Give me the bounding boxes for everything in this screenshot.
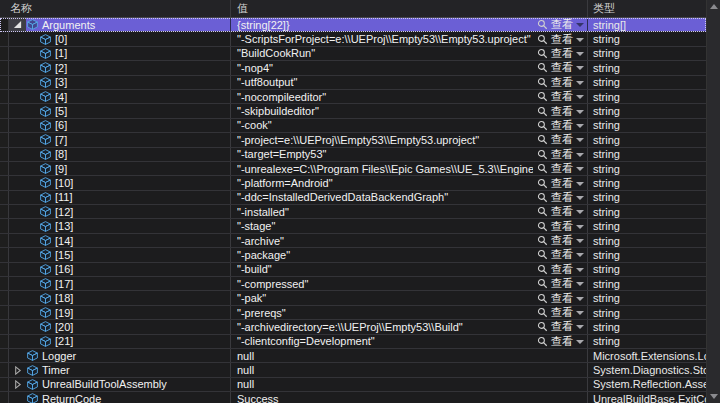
inspect-link[interactable]: 查看 [537, 306, 584, 319]
inspect-link[interactable]: 查看 [537, 61, 584, 74]
value-cell[interactable]: "-archive" 查看 [231, 234, 588, 247]
inspect-dropdown-icon[interactable] [576, 282, 584, 286]
inspect-link[interactable]: 查看 [537, 76, 584, 89]
table-row[interactable]: [11] "-ddc=InstalledDerivedDataBackendGr… [0, 191, 706, 205]
table-row[interactable]: [20] "-archivedirectory=e:\\UEProj\\Empt… [0, 320, 706, 334]
column-header-type[interactable]: 类型 [588, 0, 706, 17]
inspect-link[interactable]: 查看 [537, 176, 584, 189]
value-cell[interactable]: "-build" 查看 [231, 263, 588, 276]
value-cell[interactable]: "-pak" 查看 [231, 291, 588, 304]
column-header-name[interactable]: 名称 [0, 0, 231, 17]
expander-icon[interactable] [13, 250, 23, 260]
table-row[interactable]: [2] "-nop4" 查看 string [0, 61, 706, 75]
table-row[interactable]: [5] "-skipbuildeditor" 查看 string [0, 104, 706, 118]
table-row[interactable]: [4] "-nocompileeditor" 查看 string [0, 90, 706, 104]
column-header-value[interactable]: 值 [231, 0, 588, 17]
inspect-link[interactable]: 查看 [537, 291, 584, 304]
table-row[interactable]: [17] "-compressed" 查看 string [0, 277, 706, 291]
inspect-dropdown-icon[interactable] [576, 52, 584, 56]
expander-icon[interactable] [13, 308, 23, 318]
expander-icon[interactable] [13, 351, 23, 361]
value-cell[interactable]: "BuildCookRun" 查看 [231, 47, 588, 60]
value-cell[interactable]: "-clientconfig=Development" 查看 [231, 335, 588, 348]
inspect-dropdown-icon[interactable] [576, 167, 584, 171]
inspect-link[interactable]: 查看 [537, 162, 584, 175]
inspect-dropdown-icon[interactable] [576, 210, 584, 214]
table-row[interactable]: [1] "BuildCookRun" 查看 string [0, 47, 706, 61]
expander-icon[interactable] [13, 92, 23, 102]
value-cell[interactable]: "-utf8output" 查看 [231, 76, 588, 89]
inspect-dropdown-icon[interactable] [576, 196, 584, 200]
expander-icon[interactable] [13, 120, 23, 130]
value-cell[interactable]: null [231, 363, 588, 376]
inspect-dropdown-icon[interactable] [576, 297, 584, 301]
inspect-link[interactable]: 查看 [537, 277, 584, 290]
inspect-dropdown-icon[interactable] [576, 66, 584, 70]
inspect-link[interactable]: 查看 [537, 320, 584, 333]
inspect-dropdown-icon[interactable] [576, 182, 584, 186]
table-row[interactable]: [18] "-pak" 查看 string [0, 291, 706, 305]
inspect-link[interactable]: 查看 [537, 191, 584, 204]
inspect-dropdown-icon[interactable] [576, 110, 584, 114]
value-cell[interactable]: null [231, 378, 588, 391]
value-cell[interactable]: "-package" 查看 [231, 248, 588, 261]
expander-icon[interactable] [13, 63, 23, 73]
value-cell[interactable]: "-platform=Android" 查看 [231, 176, 588, 189]
table-row[interactable]: [7] "-project=e:\\UEProj\\Empty53\\Empty… [0, 133, 706, 147]
expander-icon[interactable] [13, 34, 23, 44]
value-cell[interactable]: null [231, 349, 588, 362]
table-row[interactable]: [16] "-build" 查看 string [0, 263, 706, 277]
table-row[interactable]: [10] "-platform=Android" 查看 string [0, 176, 706, 190]
inspect-link[interactable]: 查看 [537, 248, 584, 261]
table-row[interactable]: ReturnCode Success UnrealBuildBase.ExitC… [0, 392, 706, 403]
expander-icon[interactable] [13, 221, 23, 231]
scroll-down-icon[interactable] [710, 394, 718, 399]
table-row[interactable]: [8] "-target=Empty53" 查看 string [0, 148, 706, 162]
inspect-dropdown-icon[interactable] [576, 138, 584, 142]
expander-icon[interactable] [13, 279, 23, 289]
value-cell[interactable]: "-skipbuildeditor" 查看 [231, 104, 588, 117]
inspect-link[interactable]: 查看 [537, 133, 584, 146]
expander-icon[interactable] [13, 394, 23, 403]
expander-icon[interactable] [13, 379, 23, 389]
scroll-up-icon[interactable] [710, 4, 718, 9]
value-cell[interactable]: "-unrealexe=C:\\Program Files\\Epic Game… [231, 162, 588, 175]
inspect-dropdown-icon[interactable] [576, 225, 584, 229]
table-row[interactable]: Arguments {string[22]} 查看 string[] [0, 18, 706, 32]
table-row[interactable]: [0] "-ScriptsForProject=e:\\UEProj\\Empt… [0, 32, 706, 46]
inspect-link[interactable]: 查看 [537, 205, 584, 218]
inspect-link[interactable]: 查看 [537, 219, 584, 232]
inspect-link[interactable]: 查看 [537, 104, 584, 117]
inspect-dropdown-icon[interactable] [576, 23, 584, 27]
inspect-link[interactable]: 查看 [537, 18, 584, 31]
table-row[interactable]: [6] "-cook" 查看 string [0, 119, 706, 133]
inspect-dropdown-icon[interactable] [576, 239, 584, 243]
inspect-link[interactable]: 查看 [537, 119, 584, 132]
table-row[interactable]: [3] "-utf8output" 查看 string [0, 76, 706, 90]
inspect-dropdown-icon[interactable] [576, 340, 584, 344]
value-cell[interactable]: "-nop4" 查看 [231, 61, 588, 74]
inspect-dropdown-icon[interactable] [576, 253, 584, 257]
table-row[interactable]: [19] "-prereqs" 查看 string [0, 306, 706, 320]
value-cell[interactable]: "-stage" 查看 [231, 219, 588, 232]
expander-icon[interactable] [13, 178, 23, 188]
expander-icon[interactable] [13, 322, 23, 332]
expander-icon[interactable] [13, 207, 23, 217]
table-row[interactable]: [15] "-package" 查看 string [0, 248, 706, 262]
value-cell[interactable]: "-prereqs" 查看 [231, 306, 588, 319]
value-cell[interactable]: "-installed" 查看 [231, 205, 588, 218]
expander-icon[interactable] [13, 365, 23, 375]
value-cell[interactable]: "-compressed" 查看 [231, 277, 588, 290]
value-cell[interactable]: "-archivedirectory=e:\\UEProj\\Empty53\\… [231, 320, 588, 333]
vertical-scrollbar[interactable] [706, 0, 720, 403]
value-cell[interactable]: "-project=e:\\UEProj\\Empty53\\Empty53.u… [231, 133, 588, 146]
expander-icon[interactable] [13, 336, 23, 346]
inspect-link[interactable]: 查看 [537, 263, 584, 276]
expander-icon[interactable] [13, 149, 23, 159]
table-row[interactable]: Logger null Microsoft.Extensions.Lo... [0, 349, 706, 363]
expander-icon[interactable] [13, 192, 23, 202]
inspect-link[interactable]: 查看 [537, 335, 584, 348]
expander-icon[interactable] [13, 77, 23, 87]
inspect-dropdown-icon[interactable] [576, 95, 584, 99]
table-row[interactable]: [13] "-stage" 查看 string [0, 219, 706, 233]
